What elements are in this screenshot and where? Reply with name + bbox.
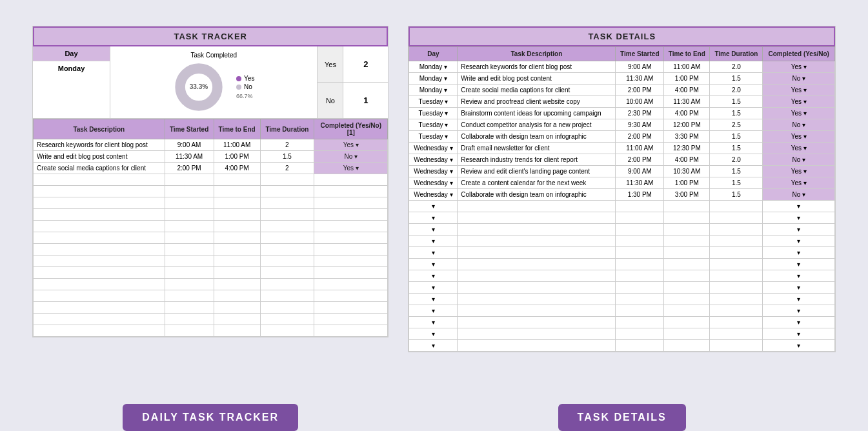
cell-day[interactable]: Tuesday ▾	[409, 96, 458, 108]
cell-end: 1:00 PM	[664, 73, 710, 85]
cell-completed[interactable]: Yes ▾	[763, 85, 835, 96]
table-row-empty: ▾ ▾	[409, 224, 835, 236]
cell-day[interactable]: Wednesday ▾	[409, 177, 458, 189]
cell-day-empty[interactable]: ▾	[409, 224, 458, 236]
legend-yes-label: Yes	[244, 75, 254, 82]
cell-day-empty[interactable]: ▾	[409, 212, 458, 224]
cell-day[interactable]: Tuesday ▾	[409, 131, 458, 143]
cell-day-empty[interactable]: ▾	[409, 236, 458, 247]
cell-end: 1:00 PM	[214, 151, 260, 163]
cell-day[interactable]: Wednesday ▾	[409, 189, 458, 201]
cell-day[interactable]: Tuesday ▾	[409, 108, 458, 119]
cell-completed[interactable]: Yes ▾	[763, 166, 835, 177]
table-row-empty: ▾ ▾	[409, 259, 835, 270]
table-row-empty	[34, 290, 388, 302]
day-column: Day Monday	[33, 46, 110, 118]
cell-end: 4:00 PM	[664, 85, 710, 96]
cell-desc: Research keywords for client blog post	[458, 61, 616, 73]
table-row: Monday ▾ Research keywords for client bl…	[409, 61, 835, 73]
cell-desc: Draft email newsletter for client	[458, 143, 616, 154]
cell-end: 12:00 PM	[664, 119, 710, 131]
cell-completed[interactable]: Yes ▾	[763, 177, 835, 189]
cell-completed[interactable]: Yes ▾	[314, 163, 388, 174]
cell-completed[interactable]: No ▾	[763, 189, 835, 201]
cell-dur: 1.5	[710, 166, 763, 177]
cell-start: 9:00 AM	[616, 61, 664, 73]
cell-completed[interactable]: No ▾	[763, 154, 835, 166]
cell-completed[interactable]: No ▾	[763, 73, 835, 85]
table-row-empty	[34, 174, 388, 186]
table-row-empty	[34, 221, 388, 232]
yes-dot	[236, 76, 241, 81]
rth-end: Time to End	[664, 47, 710, 61]
cell-day[interactable]: Monday ▾	[409, 73, 458, 85]
cell-dur: 2	[260, 163, 314, 174]
cell-dur: 2.0	[710, 154, 763, 166]
cell-start: 2:00 PM	[165, 163, 214, 174]
cell-end: 11:00 AM	[664, 61, 710, 73]
cell-day-empty[interactable]: ▾	[409, 282, 458, 294]
cell-end: 4:00 PM	[664, 108, 710, 119]
cell-end: 3:30 PM	[664, 131, 710, 143]
page-wrapper: TASK TRACKER Day Monday Task Completed	[13, 13, 855, 431]
cell-dur: 1.5	[710, 96, 763, 108]
cell-start: 11:30 AM	[165, 151, 214, 163]
table-row: Research keywords for client blog post 9…	[34, 139, 388, 151]
left-panel: TASK TRACKER Day Monday Task Completed	[32, 26, 389, 337]
cell-day-empty[interactable]: ▾	[409, 317, 458, 328]
cell-day[interactable]: Monday ▾	[409, 85, 458, 96]
cell-day-empty[interactable]: ▾	[409, 294, 458, 305]
cell-completed[interactable]: Yes ▾	[763, 96, 835, 108]
tracker-top: Day Monday Task Completed 33.3%	[33, 46, 388, 119]
chart-legend: Yes No 66.7%	[236, 75, 254, 99]
cell-completed[interactable]: Yes ▾	[763, 61, 835, 73]
summary-yes-label: Yes	[318, 46, 343, 82]
cell-day-empty[interactable]: ▾	[409, 328, 458, 340]
cell-end: 11:30 AM	[664, 96, 710, 108]
left-panel-title: TASK TRACKER	[33, 26, 388, 46]
cell-desc: Collaborate with design team on infograp…	[458, 189, 616, 201]
cell-day-empty[interactable]: ▾	[409, 340, 458, 352]
table-row-empty	[34, 197, 388, 209]
table-row: Wednesday ▾ Create a content calendar fo…	[409, 177, 835, 189]
cell-end: 12:30 PM	[664, 143, 710, 154]
cell-day[interactable]: Wednesday ▾	[409, 166, 458, 177]
cell-start: 11:00 AM	[616, 143, 664, 154]
summary-no-label: No	[318, 83, 343, 118]
cell-desc: Review and edit client's landing page co…	[458, 166, 616, 177]
legend-yes: Yes	[236, 75, 254, 82]
cell-day-empty[interactable]: ▾	[409, 201, 458, 212]
right-panel-title: TASK DETAILS	[409, 26, 835, 46]
cell-start: 2:00 PM	[616, 154, 664, 166]
cell-completed[interactable]: No ▾	[314, 151, 388, 163]
cell-completed[interactable]: Yes ▾	[763, 108, 835, 119]
cell-start: 11:30 AM	[616, 73, 664, 85]
table-row: Tuesday ▾ Collaborate with design team o…	[409, 131, 835, 143]
cell-day[interactable]: Monday ▾	[409, 61, 458, 73]
table-row-empty	[34, 244, 388, 256]
cell-completed[interactable]: No ▾	[763, 119, 835, 131]
summary-yes-value: 2	[343, 46, 388, 82]
table-row-empty: ▾ ▾	[409, 294, 835, 305]
table-row-empty: ▾ ▾	[409, 317, 835, 328]
cell-day-empty[interactable]: ▾	[409, 270, 458, 282]
cell-day-empty[interactable]: ▾	[409, 247, 458, 259]
cell-completed[interactable]: Yes ▾	[763, 131, 835, 143]
donut-svg: 33.3%	[173, 61, 225, 113]
cell-day[interactable]: Wednesday ▾	[409, 154, 458, 166]
cell-day[interactable]: Wednesday ▾	[409, 143, 458, 154]
table-row-empty: ▾ ▾	[409, 305, 835, 317]
cell-completed[interactable]: Yes ▾	[763, 143, 835, 154]
pct-label: 66.7%	[236, 93, 254, 99]
th-dur: Time Duration	[260, 119, 314, 139]
chart-area: Task Completed 33.3%	[110, 46, 317, 118]
table-row: Wednesday ▾ Collaborate with design team…	[409, 189, 835, 201]
cell-day[interactable]: Tuesday ▾	[409, 119, 458, 131]
cell-start: 2:30 PM	[616, 108, 664, 119]
panels-row: TASK TRACKER Day Monday Task Completed	[13, 13, 855, 404]
cell-day-empty[interactable]: ▾	[409, 305, 458, 317]
cell-day-empty[interactable]: ▾	[409, 259, 458, 270]
day-value: Monday	[33, 61, 110, 75]
summary-no-value: 1	[343, 83, 388, 118]
cell-completed[interactable]: Yes ▾	[314, 139, 388, 151]
